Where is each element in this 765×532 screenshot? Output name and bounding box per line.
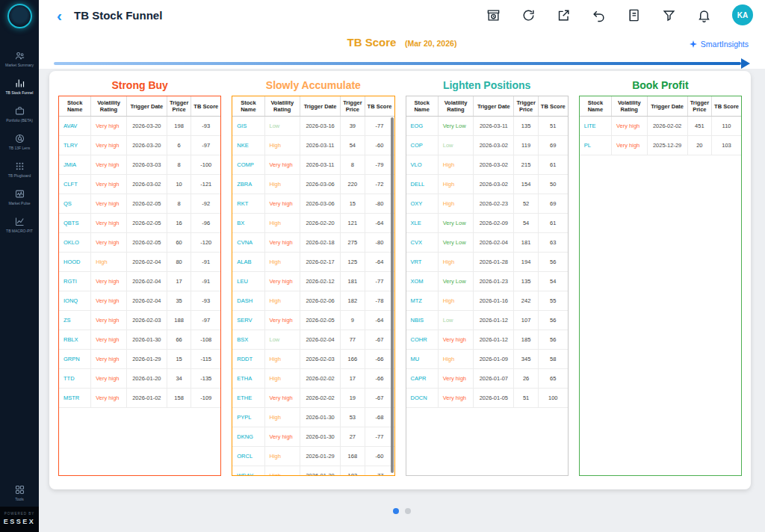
table-row[interactable]: GISLow2026-03-1639-77	[232, 117, 394, 136]
sidebar-item-portfolio-beta[interactable]: Portfolio (BETA)	[0, 103, 39, 125]
trigger-date: 2026-01-30	[127, 330, 167, 349]
table-row[interactable]: EOGVery Low2026-03-1113551	[406, 117, 568, 136]
table-row[interactable]: JMIAVery high2026-03-038-100	[59, 155, 220, 175]
table-row[interactable]: NKEHigh2026-03-1154-60	[232, 136, 394, 155]
table-row[interactable]: ALABHigh2026-02-17125-64	[232, 253, 394, 272]
trigger-price: 158	[167, 389, 191, 407]
table-row[interactable]: AVAVVery high2026-03-20198-93	[59, 117, 220, 136]
table-row[interactable]: LITEVery high2026-02-02451110	[580, 117, 741, 136]
trigger-date: 2026-01-02	[127, 389, 167, 407]
trigger-price: 17	[167, 272, 191, 291]
funnel-column-strong-buy: Strong BuyStock NameVolatility RatingTri…	[58, 77, 221, 483]
table-row[interactable]: RGTIVery high2026-02-0417-91	[59, 272, 220, 291]
table-row[interactable]: ETHEVery high2026-02-0219-67	[232, 389, 394, 408]
schedule-history-icon[interactable]	[486, 8, 501, 22]
table-row[interactable]: COPLow2026-03-0211969	[406, 136, 568, 155]
table-row[interactable]: TLRYVery high2026-03-206-97	[59, 136, 220, 155]
table-row[interactable]: COHRVery high2026-01-1218556	[406, 330, 568, 350]
table-row[interactable]: SERVVery high2026-02-059-64	[232, 311, 394, 330]
table-row[interactable]: COMPVery high2026-03-118-79	[232, 155, 394, 175]
stock-name: OXY	[406, 194, 439, 213]
sidebar-item-tools[interactable]: Tools	[0, 482, 39, 504]
table-row[interactable]: CVXVery Low2026-02-0418163	[406, 233, 568, 253]
trigger-date: 2026-02-04	[474, 233, 514, 252]
table-row[interactable]: RDDTHigh2026-02-03166-66	[232, 350, 394, 369]
table-row[interactable]: CVNAVery high2026-02-18275-80	[232, 233, 394, 253]
sidebar-item-tb-stock-funnel[interactable]: TB Stock Funnel	[0, 75, 39, 97]
table-row[interactable]: OXYHigh2026-02-235269	[406, 194, 568, 214]
table-row[interactable]: RBLXVery high2026-01-3066-108	[59, 330, 220, 350]
column-header-stock-name: Stock Name	[580, 96, 612, 116]
trigger-date: 2026-03-02	[474, 155, 514, 174]
pagination-dot-1[interactable]	[393, 508, 399, 514]
table-row[interactable]: ETHAHigh2026-02-0217-66	[232, 369, 394, 389]
table-row[interactable]: ZSVery high2026-02-03188-97	[59, 311, 220, 330]
powered-by-label: POWERED BY	[4, 512, 35, 516]
table-row[interactable]: MTZHigh2026-01-1624255	[406, 291, 568, 311]
sidebar-item-tb-13f-lens[interactable]: TB 13F Lens	[0, 131, 39, 152]
table-row[interactable]: PLVery high2025-12-2920103	[580, 136, 741, 155]
stock-name: ZS	[59, 311, 91, 330]
smart-insights-button[interactable]: SmartInsights	[689, 40, 749, 49]
table-row[interactable]: PYPLHigh2026-01-3053-68	[232, 408, 394, 427]
volatility-rating: High	[265, 408, 301, 427]
table-row[interactable]: MSTRVery high2026-01-02158-109	[59, 389, 220, 408]
table-row[interactable]: XOMVery Low2026-01-2313554	[406, 272, 568, 291]
volatility-rating: Very high	[91, 350, 127, 368]
table-row[interactable]: MUHigh2026-01-0934558	[406, 350, 568, 369]
table-row[interactable]: QSVery high2026-02-058-92	[59, 194, 220, 214]
table-scrollbar[interactable]	[391, 117, 394, 473]
sidebar-item-tb-macro-pit[interactable]: TB MACRO-PIT	[0, 214, 39, 235]
table-row[interactable]: CLFTVery high2026-03-0210-121	[59, 175, 220, 194]
table-row[interactable]: XLEVery Low2026-02-095461	[406, 214, 568, 233]
address-book-icon[interactable]	[627, 8, 641, 22]
volatility-rating: Very high	[91, 389, 127, 407]
sidebar-item-tb-plugboard[interactable]: TB Plugboard	[0, 158, 39, 180]
table-row[interactable]: CAPRVery high2026-01-072665	[406, 369, 568, 389]
trigger-date: 2026-03-20	[127, 136, 167, 155]
filter-icon[interactable]	[662, 8, 676, 22]
undo-icon[interactable]	[592, 8, 606, 22]
table-row[interactable]: VRTHigh2026-01-2819456	[406, 253, 568, 272]
table-row[interactable]: HOODHigh2026-02-0480-91	[59, 253, 220, 272]
pagination-dot-2[interactable]	[405, 508, 411, 514]
volatility-rating: Very Low	[439, 214, 474, 232]
back-button[interactable]: ‹	[57, 7, 62, 23]
table-row[interactable]: TTDVery high2026-01-2034-135	[59, 369, 220, 389]
column-title: Slowly Accumulate	[232, 77, 394, 96]
volatility-rating: Very high	[91, 233, 127, 252]
volatility-rating: Very high	[91, 272, 127, 291]
trigger-price: 194	[514, 253, 538, 271]
table-row[interactable]: OKLOVery high2026-02-0560-120	[59, 233, 220, 253]
trigger-price: 10	[167, 175, 191, 194]
table-row[interactable]: DELLHigh2026-03-0215450	[406, 175, 568, 194]
avatar[interactable]: KA	[732, 4, 753, 25]
notifications-icon[interactable]	[697, 8, 711, 22]
trigger-price: 34	[167, 369, 191, 388]
volatility-rating: Very high	[265, 233, 301, 252]
column-header-stock-name: Stock Name	[232, 96, 264, 116]
table-row[interactable]: ORCLHigh2026-01-29168-60	[232, 447, 394, 466]
app-logo[interactable]	[7, 4, 32, 28]
stock-name: LITE	[580, 117, 612, 135]
table-row[interactable]: IONQVery high2026-02-0435-93	[59, 291, 220, 311]
table-row[interactable]: QBTSVery high2026-02-0516-96	[59, 214, 220, 233]
table-row[interactable]: ZBRAHigh2026-03-06220-72	[232, 175, 394, 194]
open-external-icon[interactable]	[557, 8, 571, 22]
table-row[interactable]: BSXLow2026-02-0477-67	[232, 330, 394, 350]
column-header-stock-name: Stock Name	[406, 96, 439, 116]
table-row[interactable]: NBISLow2026-01-1210756	[406, 311, 568, 330]
table-row[interactable]: DKNGVery high2026-01-3027-77	[232, 427, 394, 447]
sidebar-item-market-pulse[interactable]: Market Pulse	[0, 186, 39, 208]
table-row[interactable]: WDAYHigh2026-01-20183-77	[232, 466, 394, 476]
trigger-date: 2026-01-20	[300, 466, 341, 476]
table-row[interactable]: DASHHigh2026-02-06182-78	[232, 291, 394, 311]
table-row[interactable]: BXHigh2026-02-20121-64	[232, 214, 394, 233]
table-row[interactable]: DOCNVery high2026-01-0551100	[406, 389, 568, 408]
sidebar-item-market-summary[interactable]: Market Summary	[0, 48, 39, 69]
refresh-icon[interactable]	[521, 8, 536, 22]
table-row[interactable]: LEUVery high2026-02-12181-77	[232, 272, 394, 291]
table-row[interactable]: GRPNVery high2026-01-2915-115	[59, 350, 220, 369]
table-row[interactable]: VLOHigh2026-03-0221561	[406, 155, 568, 175]
table-row[interactable]: RKTVery high2026-03-0615-80	[232, 194, 394, 214]
